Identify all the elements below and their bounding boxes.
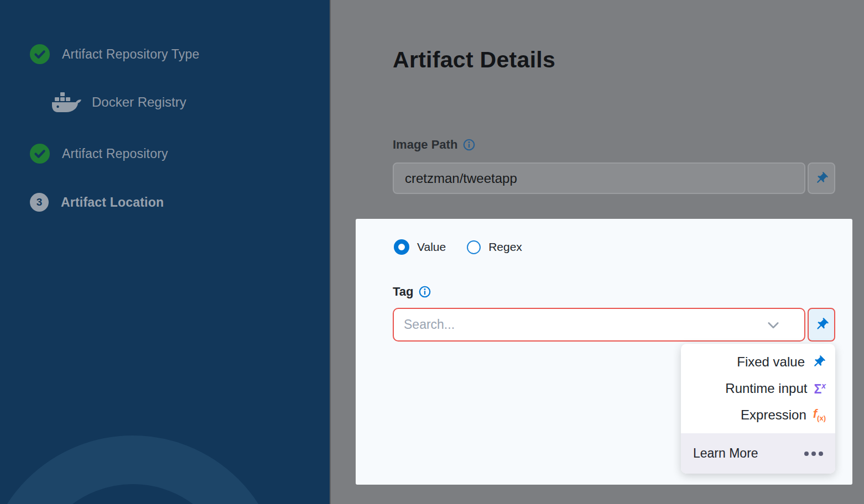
tag-search-input[interactable] [404, 317, 766, 332]
fx-icon: f(x) [813, 408, 826, 422]
sigma-x-icon: Σx [814, 382, 826, 396]
page-title: Artifact Details [393, 47, 555, 73]
input-type-menu: Fixed value Runtime input Σx Expression … [681, 344, 835, 474]
sidebar-step-artifact-location[interactable]: 3 Artifact Location [30, 193, 164, 212]
menu-item-expression[interactable]: Expression f(x) [681, 402, 835, 428]
decorative-ring [0, 435, 282, 504]
image-path-input[interactable] [393, 162, 805, 194]
input-type-menu-items: Fixed value Runtime input Σx Expression … [681, 344, 835, 428]
menu-footer: Learn More [681, 433, 835, 474]
pin-icon [814, 317, 829, 332]
check-circle-icon [30, 44, 50, 64]
menu-item-label: Expression [741, 407, 806, 423]
image-path-label: Image Path [393, 138, 457, 152]
learn-more-link[interactable]: Learn More [693, 446, 758, 461]
pin-icon [811, 355, 826, 369]
menu-item-label: Runtime input [725, 381, 807, 396]
tag-type-radio-group: Value Regex [394, 239, 522, 255]
wizard-sidebar: Artifact Repository Type Docker Registry… [0, 0, 331, 504]
sidebar-step-artifact-repository-type[interactable]: Artifact Repository Type [30, 44, 200, 64]
menu-item-runtime-input[interactable]: Runtime input Σx [681, 375, 835, 402]
radio-value[interactable]: Value [394, 239, 446, 255]
menu-item-fixed-value[interactable]: Fixed value [681, 349, 835, 375]
info-icon[interactable] [463, 139, 475, 151]
image-path-label-row: Image Path [393, 138, 475, 152]
docker-whale-icon [51, 91, 82, 114]
step-label: Artifact Repository [62, 146, 168, 161]
radio-unselected-icon [467, 240, 481, 254]
step-number-badge: 3 [30, 193, 49, 212]
radio-label: Value [417, 240, 446, 254]
tag-pin-button[interactable] [808, 308, 835, 342]
pin-icon [814, 171, 829, 186]
check-circle-icon [30, 144, 50, 164]
substep-label: Docker Registry [92, 95, 186, 110]
ellipsis-icon[interactable] [804, 452, 823, 456]
tag-label-row: Tag [393, 285, 431, 299]
image-path-pin-button[interactable] [808, 162, 835, 194]
radio-label: Regex [488, 240, 522, 254]
chevron-down-icon[interactable] [766, 317, 781, 333]
info-icon[interactable] [419, 286, 431, 298]
tag-label: Tag [393, 285, 413, 299]
tag-search-field [393, 308, 805, 342]
radio-selected-icon [394, 239, 409, 255]
step-label: Artifact Location [61, 195, 164, 210]
radio-regex[interactable]: Regex [467, 240, 522, 254]
step-label: Artifact Repository Type [62, 47, 200, 62]
sidebar-substep-docker-registry[interactable]: Docker Registry [51, 91, 186, 114]
sidebar-step-artifact-repository[interactable]: Artifact Repository [30, 144, 168, 164]
menu-item-label: Fixed value [737, 354, 805, 370]
